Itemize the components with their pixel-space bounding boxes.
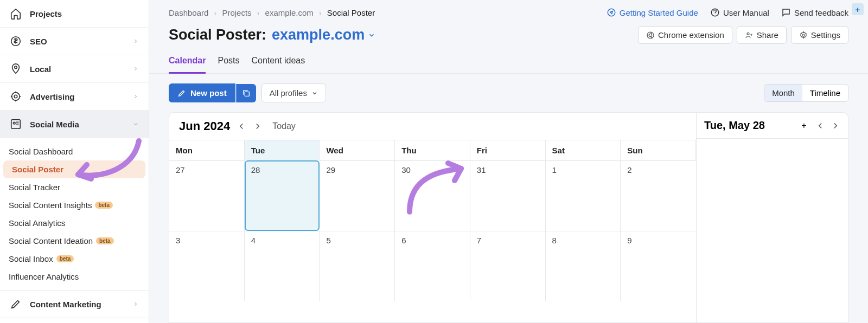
month-label: Jun 2024	[179, 119, 230, 133]
pin-icon	[10, 63, 22, 75]
view-toggle: Month Timeline	[764, 84, 848, 102]
dollar-icon	[10, 35, 22, 47]
dayhdr-tue: Tue +	[245, 140, 320, 160]
tab-content-ideas[interactable]: Content ideas	[251, 50, 305, 73]
cell-5[interactable]: 5	[320, 231, 395, 301]
social-sub-items: Social Dashboard Social Poster Social Tr…	[0, 138, 149, 290]
panel-next[interactable]	[831, 121, 840, 131]
sub-social-content-ideation[interactable]: Social Content Ideationbeta	[0, 232, 149, 250]
svg-rect-4	[11, 120, 21, 129]
view-month[interactable]: Month	[764, 85, 802, 101]
tab-calendar[interactable]: Calendar	[169, 50, 206, 74]
sidebar-projects[interactable]: Projects	[0, 0, 149, 28]
bc-projects[interactable]: Projects	[222, 8, 251, 17]
selected-date: Tue, May 28	[704, 119, 793, 132]
chat-icon	[781, 8, 791, 17]
cell-8[interactable]: 8	[546, 231, 621, 301]
svg-point-1	[15, 66, 17, 69]
seo-label: SEO	[30, 37, 47, 46]
add-button[interactable]: +	[798, 120, 810, 132]
domain-selector[interactable]: example.com	[272, 27, 375, 43]
top-links: Getting Started Guide User Manual Send f…	[607, 8, 848, 17]
advertising-label: Advertising	[30, 92, 75, 101]
sidebar-advertising[interactable]: Advertising	[0, 83, 149, 111]
cell-1[interactable]: 1	[546, 160, 621, 231]
calendar-grid: Mon Tue + Wed Thu Fri Sat Sun 27 28 29 3…	[169, 140, 696, 301]
profiles-select[interactable]: All profiles	[261, 83, 326, 102]
local-label: Local	[30, 64, 51, 74]
chevron-down-icon	[368, 31, 375, 39]
sub-social-analytics[interactable]: Social Analytics	[0, 214, 149, 232]
gear-icon	[799, 31, 808, 40]
sidebar: Projects SEO Local Advertising Social Me…	[0, 0, 149, 323]
cell-30[interactable]: 30	[395, 160, 470, 231]
tab-posts[interactable]: Posts	[218, 50, 239, 73]
sub-social-tracker[interactable]: Social Tracker	[0, 178, 149, 196]
sub-social-poster[interactable]: Social Poster	[3, 160, 145, 178]
sidebar-social-media[interactable]: Social Media	[0, 111, 149, 138]
chevron-down-icon	[311, 90, 318, 96]
cell-6[interactable]: 6	[395, 231, 470, 301]
social-media-label: Social Media	[30, 120, 79, 129]
cell-31[interactable]: 31	[470, 160, 546, 231]
edit-icon	[177, 89, 186, 98]
breadcrumb-row: Dashboard › Projects › example.com › Soc…	[149, 0, 868, 17]
dayhdr-mon: Mon	[169, 140, 245, 160]
cell-2[interactable]: 2	[621, 160, 696, 231]
share-button[interactable]: Share	[737, 26, 787, 44]
panel-prev[interactable]	[815, 121, 825, 131]
send-feedback-link[interactable]: Send feedback	[781, 8, 848, 17]
dayhdr-fri: Fri	[470, 140, 546, 160]
user-plus-icon	[745, 31, 754, 40]
cell-3[interactable]: 3	[169, 231, 245, 301]
chevron-down-icon	[132, 121, 139, 127]
dayhdr-sat: Sat	[546, 140, 621, 160]
dayhdr-thu: Thu	[395, 140, 470, 160]
sidebar-seo[interactable]: SEO	[0, 28, 149, 55]
title-row: Social Poster: example.com Chrome extens…	[149, 17, 868, 50]
cell-7[interactable]: 7	[470, 231, 546, 301]
day-panel: Tue, May 28 +	[697, 112, 848, 323]
chrome-icon	[646, 31, 655, 40]
svg-point-6	[608, 9, 615, 16]
chevron-right-icon	[132, 301, 139, 307]
cell-29[interactable]: 29	[320, 160, 395, 231]
cell-27[interactable]: 27	[169, 160, 245, 231]
view-timeline[interactable]: Timeline	[802, 85, 848, 101]
getting-started-link[interactable]: Getting Started Guide	[607, 8, 698, 17]
settings-button[interactable]: Settings	[791, 26, 848, 44]
sidebar-content-marketing[interactable]: Content Marketing	[0, 290, 149, 318]
today-button[interactable]: Today	[272, 121, 296, 131]
projects-label: Projects	[30, 9, 62, 18]
beta-badge: beta	[96, 237, 114, 244]
beta-badge: beta	[95, 202, 113, 209]
day-panel-header: Tue, May 28 +	[697, 113, 848, 139]
bc-domain[interactable]: example.com	[265, 8, 314, 17]
user-manual-link[interactable]: User Manual	[710, 8, 769, 17]
cell-9[interactable]: 9	[621, 231, 696, 301]
cell-4[interactable]: 4	[245, 231, 320, 301]
sub-influencer-analytics[interactable]: Influencer Analytics	[0, 268, 149, 286]
svg-point-3	[14, 95, 17, 98]
next-month[interactable]	[253, 121, 263, 131]
new-post-button[interactable]: New post	[169, 83, 235, 102]
sub-social-dashboard[interactable]: Social Dashboard	[0, 143, 149, 160]
dayhdr-sun: Sun	[621, 140, 696, 160]
sub-social-content-insights[interactable]: Social Content Insightsbeta	[0, 196, 149, 214]
sidebar-local[interactable]: Local	[0, 55, 149, 83]
chrome-extension-button[interactable]: Chrome extension	[638, 26, 732, 44]
pencil-icon	[10, 298, 22, 310]
title-buttons: Chrome extension Share Settings	[638, 26, 848, 44]
svg-point-11	[802, 34, 805, 36]
chevron-right-icon	[132, 38, 139, 44]
beta-badge: beta	[56, 255, 74, 262]
help-icon	[710, 8, 720, 17]
prev-month[interactable]	[237, 121, 246, 131]
sub-social-inbox[interactable]: Social Inboxbeta	[0, 250, 149, 268]
bc-dashboard[interactable]: Dashboard	[169, 8, 208, 17]
copy-icon	[242, 89, 251, 98]
cell-28[interactable]: 28	[245, 160, 320, 231]
svg-point-5	[13, 122, 15, 124]
new-post-split-button[interactable]	[236, 84, 256, 102]
calendar-wrap: Jun 2024 Today Mon Tue + Wed Thu Fri Sat…	[149, 112, 868, 323]
